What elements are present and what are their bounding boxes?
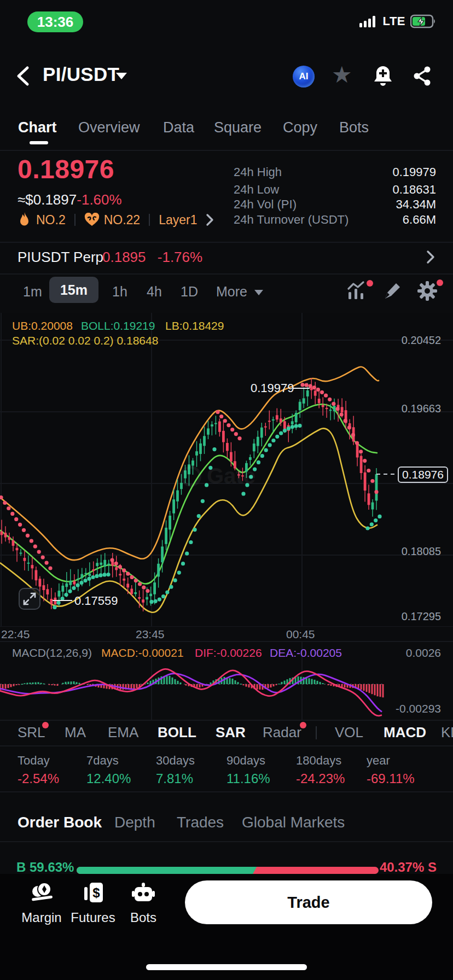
perf-label-90d: 90days: [226, 754, 265, 768]
stat-row-vol: 24h Vol (PI) 34.34M: [234, 197, 436, 212]
like-rank-label: NO.22: [104, 213, 140, 228]
indicator-tab-kd[interactable]: KD: [441, 724, 453, 741]
usd-approx: ≈$0.1897: [18, 191, 77, 208]
boll-lower-value: LB:0.18429: [165, 319, 224, 332]
ai-assistant-button[interactable]: AI: [293, 66, 315, 88]
perf-label-year: year: [367, 754, 390, 768]
stat-value: 0.19979: [392, 165, 436, 179]
settings-notification-dot: [437, 279, 443, 286]
orderbook-tab[interactable]: Order Book: [18, 814, 102, 831]
hot-rank-label: NO.2: [36, 213, 66, 228]
trade-button[interactable]: Trade: [185, 880, 432, 924]
rank-badges-row[interactable]: NO.2 NO.22 Layer1: [18, 212, 215, 228]
indicator-tab-ma[interactable]: MA: [65, 724, 86, 741]
dif-value: DIF:-0.00226: [195, 646, 262, 660]
draw-pencil-icon[interactable]: [383, 281, 403, 301]
perf-value-180d: -24.23%: [296, 771, 345, 786]
boll-upper-value: UB:0.20008: [12, 319, 73, 332]
page-title-pair[interactable]: PI/USDT: [43, 63, 119, 85]
indicator-tab-srl[interactable]: SRL: [18, 724, 45, 741]
last-price-tag: 0.18976: [398, 466, 448, 483]
indicator-tab-radar[interactable]: Radar: [263, 724, 301, 741]
boll-mid-value: BOLL:0.19219: [81, 319, 155, 332]
margin-coins-icon: [30, 882, 54, 903]
macd-title[interactable]: MACD(12,26,9): [12, 646, 92, 660]
tf-4h[interactable]: 4h: [147, 284, 162, 300]
indicator-tab-macd[interactable]: MACD: [384, 724, 426, 741]
share-icon[interactable]: [410, 64, 434, 88]
perf-value-today: -2.54%: [18, 771, 59, 786]
nav-futures[interactable]: $ Futures: [68, 882, 118, 925]
top-tab-bar: Chart Overview Data Square Copy Bots: [0, 119, 453, 141]
depth-tab[interactable]: Depth: [114, 814, 155, 831]
perp-contract-link[interactable]: PIUSDT Perp: [18, 249, 103, 266]
tf-1h[interactable]: 1h: [112, 284, 127, 300]
stat-row-high: 24h High 0.19979: [234, 165, 436, 179]
battery-charging-icon: [410, 14, 437, 28]
perp-price: 0.1895: [102, 249, 146, 265]
tab-copy[interactable]: Copy: [283, 119, 317, 136]
status-time-pill: 13:36: [27, 11, 83, 32]
indicator-tab-boll[interactable]: BOLL: [158, 724, 196, 741]
nav-label: Margin: [21, 910, 61, 925]
pair-dropdown-caret-icon[interactable]: [116, 73, 127, 79]
exchange-watermark: Gate: [181, 464, 255, 488]
tab-chart[interactable]: Chart: [18, 119, 57, 136]
tab-square[interactable]: Square: [214, 119, 262, 136]
price-sub-line: ≈$0.1897-1.60%: [18, 191, 122, 208]
badge-separator: [74, 214, 76, 226]
chart-settings-gear-icon[interactable]: [417, 281, 438, 301]
macd-axis-top: 0.0026: [406, 646, 441, 660]
indicator-tab-vol[interactable]: VOL: [335, 724, 363, 741]
perp-chevron-right-icon[interactable]: [425, 250, 437, 264]
tf-1m[interactable]: 1m: [23, 284, 42, 300]
perf-value-90d: 11.16%: [226, 771, 270, 786]
x-axis-time: 00:45: [286, 628, 315, 641]
favorite-star-icon[interactable]: ★: [332, 61, 352, 88]
indicator-tab-ema[interactable]: EMA: [108, 724, 138, 741]
perf-label-today: Today: [18, 754, 50, 768]
hot-flame-icon: [18, 212, 32, 228]
stat-value: 34.34M: [396, 197, 436, 212]
global-markets-tab[interactable]: Global Markets: [242, 814, 345, 831]
indicator-tab-sar[interactable]: SAR: [216, 724, 246, 741]
srl-dot: [42, 722, 49, 728]
active-tab-underline: [30, 141, 48, 144]
perp-quote: 0.1895 -1.76%: [102, 249, 202, 266]
perf-label-180d: 180days: [296, 754, 341, 768]
tf-more-dropdown[interactable]: More: [216, 284, 263, 300]
back-button[interactable]: [13, 65, 35, 88]
indicator-tabs-separator: [316, 726, 317, 739]
home-indicator[interactable]: [146, 964, 307, 970]
perf-label-30d: 30days: [156, 754, 195, 768]
status-time: 13:36: [37, 14, 74, 31]
watermark-text: Gate: [207, 464, 255, 488]
bottom-action-bar: Margin $ Futures Bots Trade: [0, 874, 453, 980]
tab-bots[interactable]: Bots: [339, 119, 369, 136]
buy-sell-ratio-bar: [77, 867, 379, 874]
tab-overview[interactable]: Overview: [78, 119, 140, 136]
nav-bots[interactable]: Bots: [119, 882, 168, 925]
svg-text:$: $: [92, 885, 100, 900]
perf-value-7d: 12.40%: [86, 771, 131, 786]
tf-15m-active[interactable]: 15m: [49, 277, 98, 303]
radar-dot: [300, 722, 306, 728]
tf-1d[interactable]: 1D: [181, 284, 198, 300]
dea-value: DEA:-0.00205: [270, 646, 342, 660]
nav-margin[interactable]: Margin: [17, 882, 66, 925]
stat-row-low: 24h Low 0.18631: [234, 183, 436, 197]
buy-ratio-text: B 59.63%: [16, 860, 74, 875]
macd-value: MACD:-0.00021: [101, 646, 184, 660]
network-type-label: LTE: [383, 14, 405, 28]
futures-doc-icon: $: [82, 882, 104, 903]
category-label: Layer1: [159, 213, 197, 228]
indicators-icon[interactable]: [347, 281, 368, 301]
trades-tab[interactable]: Trades: [177, 814, 224, 831]
signal-bars-icon: [359, 15, 378, 28]
bots-robot-icon: [131, 882, 155, 903]
price-alert-bell-icon[interactable]: [371, 64, 395, 88]
expand-chart-button[interactable]: [19, 588, 40, 610]
y-axis-label: 0.17295: [402, 610, 441, 623]
indicators-notification-dot: [367, 280, 373, 287]
tab-data[interactable]: Data: [163, 119, 194, 136]
